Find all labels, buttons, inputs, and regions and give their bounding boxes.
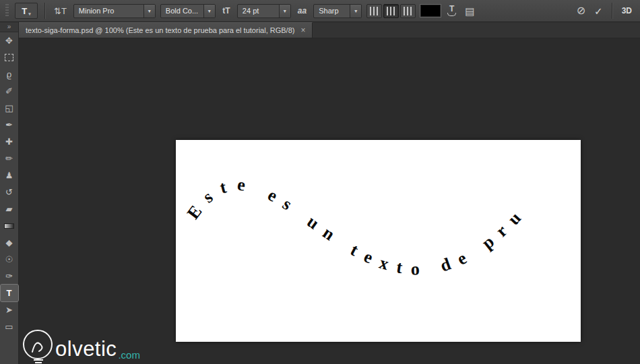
- path-text-svg: Este es un texto de prueba: [176, 140, 581, 342]
- toolbox-collapse-icon[interactable]: »: [0, 22, 18, 32]
- toolbox: » ✥ϱ✐◱✒✚✏♟↺▰◆☉✑T➤▭: [0, 22, 19, 364]
- document-column: texto-siga-forma.psd @ 100% (Este es un …: [19, 22, 640, 364]
- chevron-down-icon[interactable]: ▾: [350, 5, 361, 17]
- eyedropper-tool[interactable]: ✒: [1, 116, 18, 133]
- 3d-button[interactable]: 3D: [619, 6, 635, 15]
- text-orientation-icon[interactable]: ⇅T: [52, 5, 69, 17]
- toggle-panels-icon[interactable]: ▤: [463, 5, 476, 17]
- history-brush-tool[interactable]: ↺: [1, 184, 18, 201]
- healing-brush-tool[interactable]: ✚: [1, 133, 18, 150]
- align-right-button[interactable]: [400, 4, 416, 18]
- chevron-down-icon[interactable]: ▾: [279, 5, 290, 17]
- warp-text-icon: T: [449, 5, 454, 12]
- type-tool-icon: T: [22, 6, 27, 16]
- options-bar-grip[interactable]: [5, 4, 9, 17]
- rectangle-tool[interactable]: ▭: [1, 318, 18, 335]
- chevron-down-icon[interactable]: ▾: [203, 5, 215, 17]
- font-size-select[interactable]: 24 pt ▾: [237, 4, 291, 18]
- gradient-tool-icon: [4, 223, 14, 229]
- align-center-button[interactable]: [383, 4, 399, 18]
- workspace: » ✥ϱ✐◱✒✚✏♟↺▰◆☉✑T➤▭ texto-siga-forma.psd …: [0, 22, 640, 364]
- font-style-select[interactable]: Bold Co... ▾: [160, 4, 216, 18]
- path-selection-tool[interactable]: ➤: [1, 301, 18, 318]
- text-color-swatch[interactable]: [420, 5, 441, 17]
- separator: [44, 3, 45, 19]
- clone-stamp-tool[interactable]: ♟: [1, 167, 18, 184]
- type-tool[interactable]: T: [1, 285, 18, 301]
- eraser-tool[interactable]: ▰: [1, 201, 18, 217]
- move-tool[interactable]: ✥: [1, 32, 18, 49]
- rectangular-marquee-tool[interactable]: [1, 49, 18, 66]
- font-style-value: Bold Co...: [161, 5, 203, 17]
- document-tab[interactable]: texto-siga-forma.psd @ 100% (Este es un …: [19, 22, 313, 38]
- options-bar: T ▾ ⇅T Minion Pro ▾ Bold Co... ▾ tT 24 p…: [0, 0, 640, 22]
- font-family-select[interactable]: Minion Pro ▾: [73, 4, 156, 18]
- warp-arc-icon: [447, 13, 456, 16]
- rectangular-marquee-tool-icon: [5, 54, 13, 61]
- toolbox-tools: ✥ϱ✐◱✒✚✏♟↺▰◆☉✑T➤▭: [0, 32, 18, 335]
- brush-tool[interactable]: ✏: [1, 150, 18, 167]
- dodge-tool[interactable]: ☉: [1, 251, 18, 268]
- chevron-down-icon: ▾: [28, 11, 31, 17]
- commit-edits-icon[interactable]: ✓: [592, 5, 605, 17]
- align-right-icon: [404, 7, 412, 15]
- separator: [612, 3, 612, 19]
- path-text[interactable]: Este es un texto de prueba: [176, 140, 531, 279]
- pen-tool[interactable]: ✑: [1, 268, 18, 285]
- canvas-area[interactable]: Este es un texto de prueba: [19, 38, 640, 364]
- warp-text-button[interactable]: T: [445, 5, 458, 16]
- align-left-icon: [370, 7, 379, 15]
- anti-alias-select[interactable]: Sharp ▾: [313, 4, 362, 18]
- blur-tool[interactable]: ◆: [1, 234, 18, 251]
- crop-tool[interactable]: ◱: [1, 100, 18, 116]
- align-center-icon: [387, 7, 395, 15]
- font-size-value: 24 pt: [238, 5, 279, 17]
- document-tab-title: texto-siga-forma.psd @ 100% (Este es un …: [26, 26, 294, 34]
- chevron-down-icon[interactable]: ▾: [143, 5, 155, 17]
- align-left-button[interactable]: [366, 4, 382, 18]
- gradient-tool[interactable]: [1, 217, 18, 234]
- tab-bar: texto-siga-forma.psd @ 100% (Este es un …: [19, 22, 640, 38]
- cancel-edits-icon[interactable]: ⊘: [575, 4, 587, 17]
- anti-alias-value: Sharp: [314, 5, 350, 17]
- alignment-group: [366, 4, 416, 18]
- quick-selection-tool[interactable]: ✐: [1, 83, 18, 100]
- tool-preset-picker[interactable]: T ▾: [15, 3, 38, 19]
- font-size-icon: tT: [220, 5, 232, 16]
- anti-alias-icon: aa: [296, 5, 309, 16]
- document-canvas[interactable]: Este es un texto de prueba: [176, 140, 581, 342]
- lasso-tool[interactable]: ϱ: [1, 66, 18, 83]
- font-family-value: Minion Pro: [74, 5, 143, 17]
- close-icon[interactable]: ×: [300, 26, 305, 34]
